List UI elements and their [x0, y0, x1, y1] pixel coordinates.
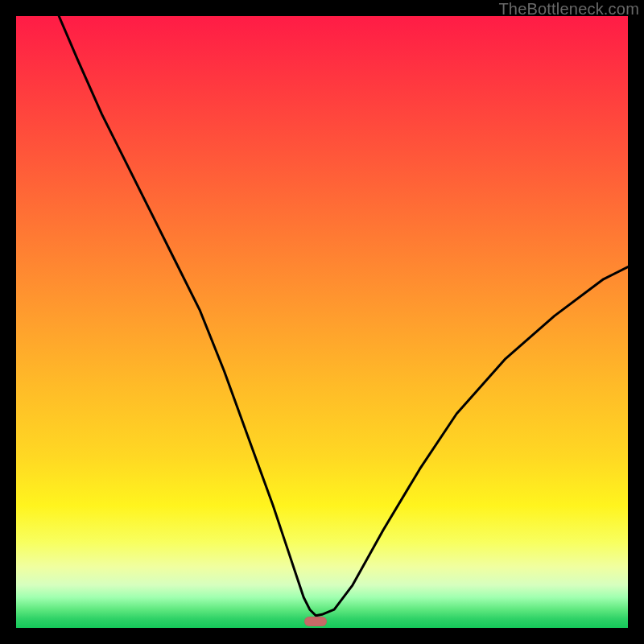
- plot-area: [16, 16, 628, 628]
- bottleneck-curve: [16, 16, 628, 628]
- chart-frame: TheBottleneck.com: [0, 0, 644, 644]
- optimal-marker: [304, 617, 327, 626]
- watermark-text: TheBottleneck.com: [498, 0, 639, 19]
